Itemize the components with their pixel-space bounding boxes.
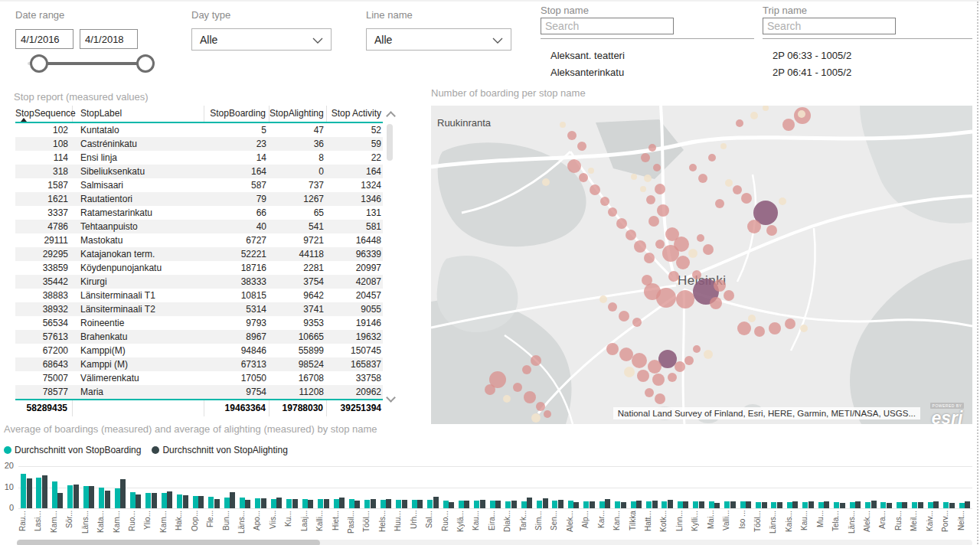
bar-boarding[interactable] bbox=[115, 488, 120, 508]
bar-boarding[interactable] bbox=[756, 502, 761, 508]
bar-alighting[interactable] bbox=[42, 475, 47, 508]
map-bubble[interactable] bbox=[769, 322, 781, 335]
bar-boarding[interactable] bbox=[709, 501, 714, 508]
map-bubble[interactable] bbox=[714, 279, 726, 292]
map-bubble[interactable] bbox=[737, 321, 751, 335]
table-row[interactable]: 1587Salmisaari5877371324 bbox=[15, 178, 383, 192]
map-bubble[interactable] bbox=[567, 131, 577, 140]
bar-alighting[interactable] bbox=[230, 492, 235, 508]
trip-name-search-input[interactable] bbox=[763, 18, 896, 34]
date-start-input[interactable] bbox=[15, 29, 74, 49]
map-bubble[interactable] bbox=[567, 159, 581, 173]
bar-alighting[interactable] bbox=[730, 501, 736, 508]
bar-alighting[interactable] bbox=[746, 501, 751, 508]
bar-boarding[interactable] bbox=[193, 496, 198, 509]
stop-name-item[interactable]: Aleksant. teatteri bbox=[550, 47, 750, 64]
bar-boarding[interactable] bbox=[834, 502, 839, 508]
map-bubble[interactable] bbox=[644, 253, 655, 263]
bar-alighting[interactable] bbox=[965, 501, 970, 508]
map-bubble[interactable] bbox=[689, 164, 697, 171]
bar-boarding[interactable] bbox=[396, 500, 401, 508]
bar-boarding[interactable] bbox=[286, 499, 292, 508]
date-end-input[interactable] bbox=[80, 29, 138, 49]
bar-boarding[interactable] bbox=[381, 500, 386, 508]
stop-name-search-input[interactable] bbox=[541, 18, 674, 34]
map-bubble[interactable] bbox=[750, 112, 758, 119]
map-bubble[interactable] bbox=[642, 275, 652, 286]
bar-boarding[interactable] bbox=[631, 501, 636, 508]
map-bubble[interactable] bbox=[641, 153, 650, 162]
map-bubble[interactable] bbox=[741, 193, 752, 204]
table-row[interactable]: 67200Kamppi(M)9484655899150745 bbox=[15, 344, 383, 357]
bar-alighting[interactable] bbox=[652, 501, 658, 508]
bar-alighting[interactable] bbox=[292, 499, 298, 508]
map-bubble[interactable] bbox=[766, 225, 777, 236]
table-row[interactable]: 75007Välimerenkatu170501670833758 bbox=[15, 371, 383, 385]
bar-boarding[interactable] bbox=[521, 501, 527, 508]
map-bubble[interactable] bbox=[599, 295, 607, 303]
map-bubble[interactable] bbox=[693, 345, 701, 353]
trip-name-item[interactable]: 2P 06:33 - 1005/2 bbox=[773, 47, 964, 64]
bar-alighting[interactable] bbox=[27, 478, 32, 508]
map-bubble[interactable] bbox=[724, 290, 734, 301]
bar-alighting[interactable] bbox=[605, 499, 610, 508]
bar-alighting[interactable] bbox=[949, 503, 955, 508]
bar-boarding[interactable] bbox=[599, 501, 605, 508]
map-bubble[interactable] bbox=[668, 373, 677, 382]
bar-boarding[interactable] bbox=[724, 501, 730, 508]
bar-alighting[interactable] bbox=[621, 502, 626, 508]
map-bubble[interactable] bbox=[536, 402, 545, 411]
map-bubble[interactable] bbox=[668, 271, 679, 282]
bar-alighting[interactable] bbox=[152, 493, 157, 508]
map-bubble[interactable] bbox=[733, 185, 742, 194]
day-type-dropdown[interactable]: Alle bbox=[191, 28, 332, 51]
bar-alighting[interactable] bbox=[74, 485, 79, 508]
bar-boarding[interactable] bbox=[36, 478, 41, 508]
table-row[interactable]: 56534Roineentie9793935319146 bbox=[15, 316, 383, 330]
map[interactable]: Ruukinranta Helsinki National Land Surve… bbox=[431, 106, 972, 424]
map-bubble[interactable] bbox=[522, 365, 531, 374]
stop-name-item[interactable]: Aleksanterinkatu bbox=[550, 64, 750, 81]
bar-boarding[interactable] bbox=[318, 499, 323, 508]
bar-boarding[interactable] bbox=[427, 500, 433, 508]
bar-boarding[interactable] bbox=[67, 485, 73, 508]
bar-boarding[interactable] bbox=[818, 502, 824, 508]
bar-boarding[interactable] bbox=[412, 500, 417, 508]
map-bubble[interactable] bbox=[655, 393, 665, 404]
table-row[interactable]: 102Kuntatalo54752 bbox=[15, 123, 383, 137]
bar-boarding[interactable] bbox=[615, 501, 620, 508]
legend-item-alighting[interactable]: Durchschnitt von StopAlighting bbox=[152, 445, 287, 455]
map-bubble[interactable] bbox=[544, 410, 551, 418]
map-bubble[interactable] bbox=[652, 374, 665, 386]
bar-alighting[interactable] bbox=[573, 502, 579, 508]
map-bubble[interactable] bbox=[485, 384, 495, 395]
map-bubble[interactable] bbox=[798, 110, 805, 118]
bar-boarding[interactable] bbox=[21, 474, 26, 508]
map-bubble[interactable] bbox=[688, 249, 697, 258]
bar-boarding[interactable] bbox=[865, 502, 871, 508]
bar-alighting[interactable] bbox=[198, 496, 204, 508]
map-bubble[interactable] bbox=[655, 240, 665, 249]
column-header-stop-activity[interactable]: Stop Activity bbox=[327, 106, 383, 122]
column-header-stopalighting[interactable]: StopAlighting bbox=[270, 106, 327, 122]
map-bubble[interactable] bbox=[631, 174, 637, 180]
bar-alighting[interactable] bbox=[433, 497, 439, 508]
bar-boarding[interactable] bbox=[552, 501, 557, 508]
map-bubble[interactable] bbox=[648, 360, 662, 374]
bar-alighting[interactable] bbox=[668, 500, 673, 508]
map-bubble[interactable] bbox=[579, 173, 588, 182]
map-bubble[interactable] bbox=[503, 395, 511, 403]
map-bubble[interactable] bbox=[747, 220, 761, 233]
table-row[interactable]: 108Castréninkatu233659 bbox=[15, 137, 383, 151]
bar-boarding[interactable] bbox=[662, 501, 667, 508]
bar-boarding[interactable] bbox=[802, 502, 808, 508]
table-row[interactable]: 29295Katajanokan term.522214411896339 bbox=[15, 247, 383, 261]
map-bubble[interactable] bbox=[703, 244, 714, 255]
table-row[interactable]: 35442Kirurgi38333375442087 bbox=[15, 275, 383, 289]
bar-alighting[interactable] bbox=[386, 499, 391, 508]
bar-boarding[interactable] bbox=[959, 503, 965, 508]
chart-scrollbar-track[interactable] bbox=[17, 540, 972, 545]
bar-boarding[interactable] bbox=[740, 501, 746, 508]
bar-alighting[interactable] bbox=[402, 500, 407, 508]
bar-boarding[interactable] bbox=[646, 501, 652, 508]
